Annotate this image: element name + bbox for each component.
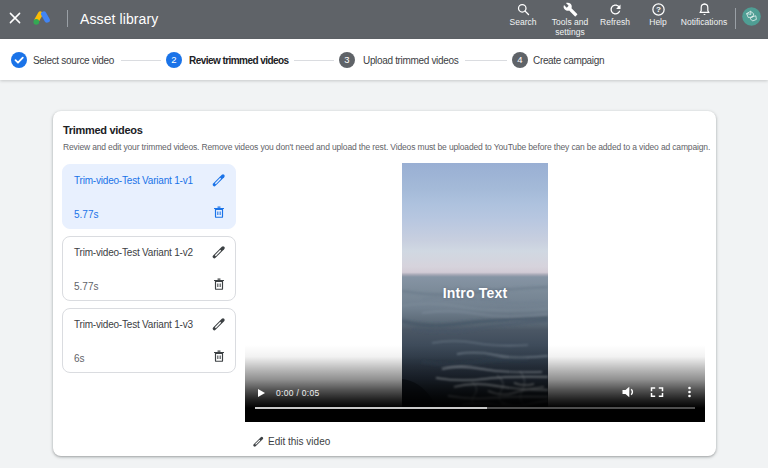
svg-text:?: ? [656, 5, 661, 14]
